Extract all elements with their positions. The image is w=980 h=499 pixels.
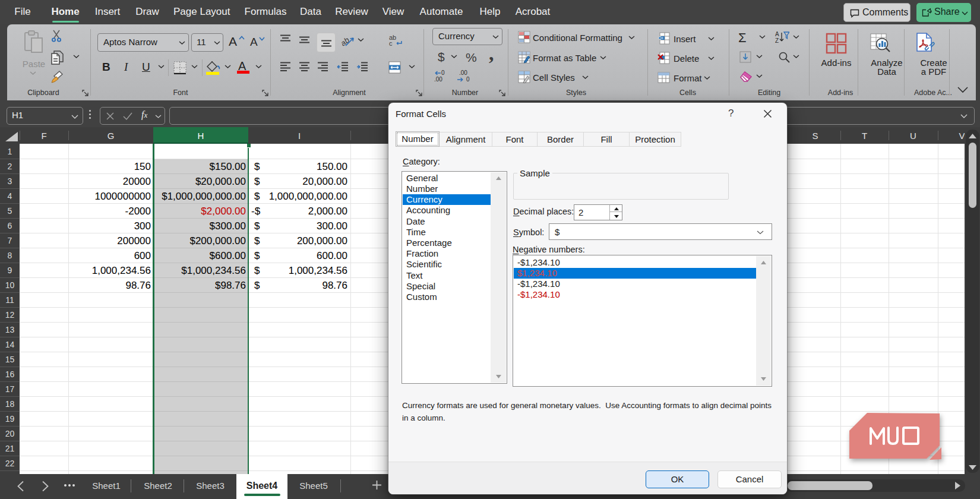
svg-text:Z: Z <box>775 37 779 44</box>
svg-text:A: A <box>775 31 779 37</box>
